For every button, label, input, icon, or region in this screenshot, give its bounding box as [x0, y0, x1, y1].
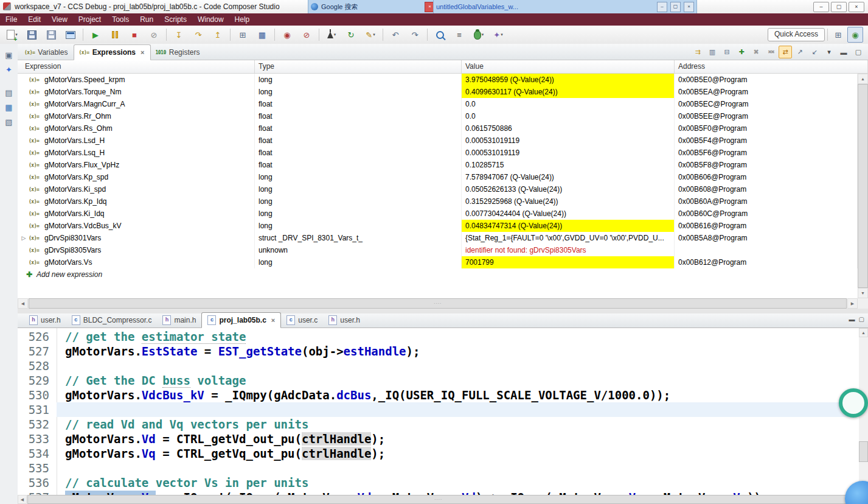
- table-row[interactable]: (x)=gMotorVars.Speed_krpmlong3.975048959…: [18, 74, 858, 86]
- line-number[interactable]: 533: [18, 432, 57, 446]
- editor-tab-bldc_compressor-c[interactable]: cBLDC_Compressor.c: [66, 313, 158, 327]
- table-row[interactable]: (x)=gMotorVars.Lsq_Hfloat0.0005310191190…: [18, 147, 858, 159]
- line-number[interactable]: 526: [18, 329, 57, 344]
- editor-tab-user-h[interactable]: huser.h: [323, 313, 366, 327]
- close-icon[interactable]: ×: [141, 49, 144, 56]
- export-expressions-icon[interactable]: ↗: [793, 46, 807, 58]
- view-menu-icon[interactable]: ▾: [822, 46, 836, 58]
- refresh-button[interactable]: ↻: [342, 27, 360, 43]
- menu-help[interactable]: Help: [229, 13, 255, 26]
- continuous-refresh-icon[interactable]: ⇉: [691, 46, 704, 58]
- suspend-button[interactable]: [106, 27, 124, 43]
- overlay-bubble-green[interactable]: [839, 388, 868, 418]
- column-header-expression[interactable]: Expression: [18, 60, 255, 73]
- menu-view[interactable]: View: [46, 13, 73, 26]
- line-number[interactable]: 532: [18, 417, 57, 432]
- scrollbar-thumb[interactable]: ∙∙∙∙: [27, 495, 849, 504]
- column-header-value[interactable]: Value: [462, 60, 675, 73]
- line-number[interactable]: 534: [18, 446, 57, 461]
- line-number[interactable]: 536: [18, 475, 57, 490]
- scrollbar-thumb[interactable]: [859, 441, 868, 462]
- line-number[interactable]: 537: [18, 490, 57, 495]
- remove-all-expressions-icon[interactable]: ✖✖: [764, 46, 777, 58]
- maximize-view-icon[interactable]: ▢: [859, 316, 864, 323]
- scrollbar-thumb[interactable]: [858, 84, 868, 288]
- remove-expression-icon[interactable]: ✖: [749, 46, 763, 58]
- column-header-type[interactable]: Type: [255, 60, 462, 73]
- table-row[interactable]: (x)=gMotorVars.Lsd_Hfloat0.0005310191190…: [18, 135, 858, 147]
- debug-config-button[interactable]: ▾: [470, 27, 488, 43]
- scrollbar-thumb[interactable]: ∙∙∙∙: [29, 298, 847, 309]
- menu-edit[interactable]: Edit: [23, 13, 46, 26]
- ccs-edit-perspective-button[interactable]: ⊞: [830, 27, 846, 43]
- minimize-icon[interactable]: –: [657, 2, 667, 12]
- step-over-button[interactable]: ↷: [189, 27, 207, 43]
- background-window-1[interactable]: Google 搜索 ×: [308, 0, 438, 14]
- console-view-button[interactable]: [61, 27, 80, 43]
- scroll-up-icon[interactable]: ▲: [859, 328, 868, 337]
- table-row[interactable]: ▷(x)=gDrvSpi8301Varsstruct _DRV_SPI_8301…: [18, 232, 858, 244]
- quick-access-button[interactable]: Quick Access: [768, 28, 825, 41]
- expand-icon[interactable]: ▷: [20, 232, 27, 244]
- code-editor[interactable]: 526// get the estimator state527gMotorVa…: [18, 328, 859, 495]
- expressions-vertical-scrollbar[interactable]: ▲ ▼: [858, 74, 868, 298]
- table-row[interactable]: (x)=gMotorVars.Kp_spdlong7.578947067 (Q-…: [18, 171, 858, 183]
- collapse-all-icon[interactable]: ⊟: [720, 46, 734, 58]
- line-number[interactable]: 528: [18, 359, 57, 373]
- forward-button[interactable]: ↷: [406, 27, 424, 43]
- restore-button[interactable]: ▢: [831, 2, 847, 12]
- tab-registers[interactable]: 1010Registers: [151, 45, 206, 60]
- tab-expressions[interactable]: (x)=Expressions×: [74, 44, 151, 60]
- menu-scripts[interactable]: Scripts: [159, 13, 192, 26]
- save-all-button[interactable]: [42, 27, 60, 43]
- expressions-horizontal-scrollbar[interactable]: ◀ ∙∙∙∙ ▶: [18, 298, 858, 309]
- table-row[interactable]: (x)=gMotorVars.Rs_Ohmfloat0.06157508860x…: [18, 122, 858, 135]
- line-number[interactable]: 535: [18, 461, 57, 475]
- table-row[interactable]: (x)=gMotorVars.Ki_Idqlong0.007730424404 …: [18, 208, 858, 220]
- import-expressions-icon[interactable]: ↙: [808, 46, 821, 58]
- table-row[interactable]: (x)=gMotorVars.Torque_Nmlong0.4099630117…: [18, 86, 858, 98]
- editor-tab-user-c[interactable]: cuser.c: [281, 313, 323, 327]
- line-number[interactable]: 529: [18, 373, 57, 388]
- add-expression-icon[interactable]: ✚: [735, 46, 748, 58]
- menu-file[interactable]: File: [0, 13, 23, 26]
- back-button[interactable]: ↶: [386, 27, 404, 43]
- column-header-address[interactable]: Address: [675, 60, 868, 73]
- outline-button[interactable]: ≡: [450, 27, 468, 43]
- ccs-debug-perspective-button[interactable]: ◉: [847, 27, 863, 43]
- editor-tab-main-h[interactable]: hmain.h: [157, 313, 201, 327]
- table-row[interactable]: (x)=gMotorVars.MagnCurr_Afloat0.00x00B5E…: [18, 98, 858, 110]
- scroll-right-icon[interactable]: ▶: [847, 298, 858, 309]
- menu-window[interactable]: Window: [192, 13, 229, 26]
- table-row[interactable]: (x)=gMotorVars.VdcBus_kVlong0.0483474731…: [18, 220, 858, 232]
- scroll-up-icon[interactable]: ▲: [858, 74, 868, 84]
- add-expression-row[interactable]: ✚Add new expression: [18, 268, 858, 281]
- new-button[interactable]: ▾: [3, 27, 21, 43]
- editor-tab-proj_lab05b-c[interactable]: cproj_lab05b.c×: [201, 312, 281, 328]
- tab-variables[interactable]: (x)=Variables: [20, 45, 74, 60]
- title-bar[interactable]: workspace_v7 - CCS Debug - proj_lab05b/p…: [0, 0, 868, 14]
- save-button[interactable]: [23, 27, 41, 43]
- table-row[interactable]: (x)=gDrvSpi8305Varsunknownidentifier not…: [18, 244, 858, 256]
- minimize-view-icon[interactable]: ▬: [837, 46, 850, 58]
- maximize-view-icon[interactable]: ▢: [852, 46, 865, 58]
- table-row[interactable]: (x)=gMotorVars.Flux_VpHzfloat0.102857150…: [18, 159, 858, 171]
- line-number[interactable]: 531: [18, 402, 57, 417]
- step-return-button[interactable]: ↥: [209, 27, 227, 43]
- windows-icon[interactable]: ▤: [0, 85, 18, 100]
- close-icon[interactable]: ×: [271, 317, 275, 324]
- debug-star-icon[interactable]: ✦: [0, 62, 18, 77]
- menu-project[interactable]: Project: [73, 13, 106, 26]
- scroll-left-icon[interactable]: ◀: [18, 495, 27, 504]
- wand-button[interactable]: ✦▾: [489, 27, 507, 43]
- close-button[interactable]: ×: [849, 2, 864, 12]
- table-row[interactable]: (x)=gMotorVars.Ki_spdlong0.05052626133 (…: [18, 183, 858, 195]
- table-row[interactable]: (x)=gMotorVars.Vslong70017990x00B612@Pro…: [18, 256, 858, 268]
- menu-run[interactable]: Run: [134, 13, 159, 26]
- table-row[interactable]: (x)=gMotorVars.Rr_Ohmfloat0.00x00B5EE@Pr…: [18, 110, 858, 122]
- line-number[interactable]: 530: [18, 388, 57, 402]
- scroll-left-icon[interactable]: ◀: [18, 298, 28, 309]
- registers-view-button[interactable]: ▦: [253, 27, 271, 43]
- maximize-icon[interactable]: ▢: [670, 2, 681, 12]
- trace-button[interactable]: ✎▾: [361, 27, 380, 43]
